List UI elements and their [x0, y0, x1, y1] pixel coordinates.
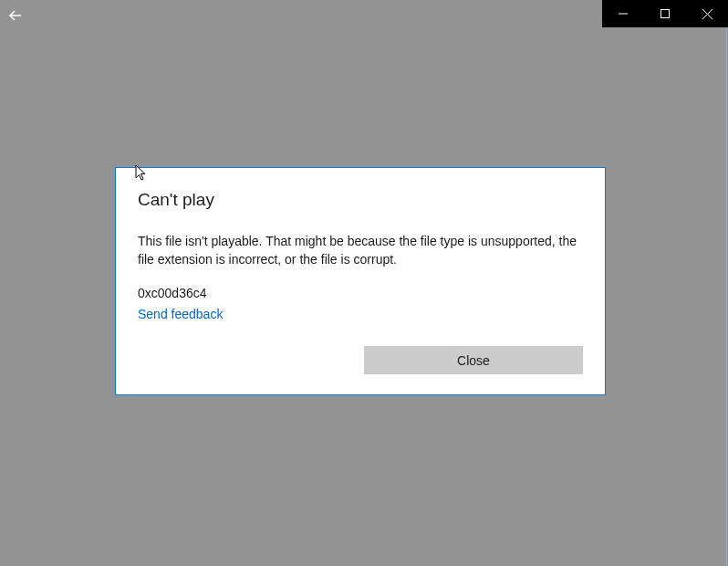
window-close-button[interactable] — [686, 0, 728, 27]
dialog-title: Can't play — [138, 190, 583, 210]
svg-rect-0 — [661, 10, 670, 18]
maximize-button[interactable] — [644, 0, 686, 27]
window-controls — [602, 0, 728, 27]
minimize-icon — [619, 9, 628, 18]
back-arrow-icon — [8, 8, 23, 23]
back-button[interactable] — [2, 2, 29, 29]
close-button[interactable]: Close — [364, 346, 583, 374]
error-dialog: Can't play This file isn't playable. Tha… — [115, 167, 606, 395]
minimize-button[interactable] — [602, 0, 644, 27]
maximize-icon — [660, 9, 670, 18]
send-feedback-link[interactable]: Send feedback — [138, 307, 223, 321]
dialog-message: This file isn't playable. That might be … — [138, 232, 583, 269]
dialog-error-code: 0xc00d36c4 — [138, 286, 583, 300]
close-icon — [702, 9, 712, 19]
